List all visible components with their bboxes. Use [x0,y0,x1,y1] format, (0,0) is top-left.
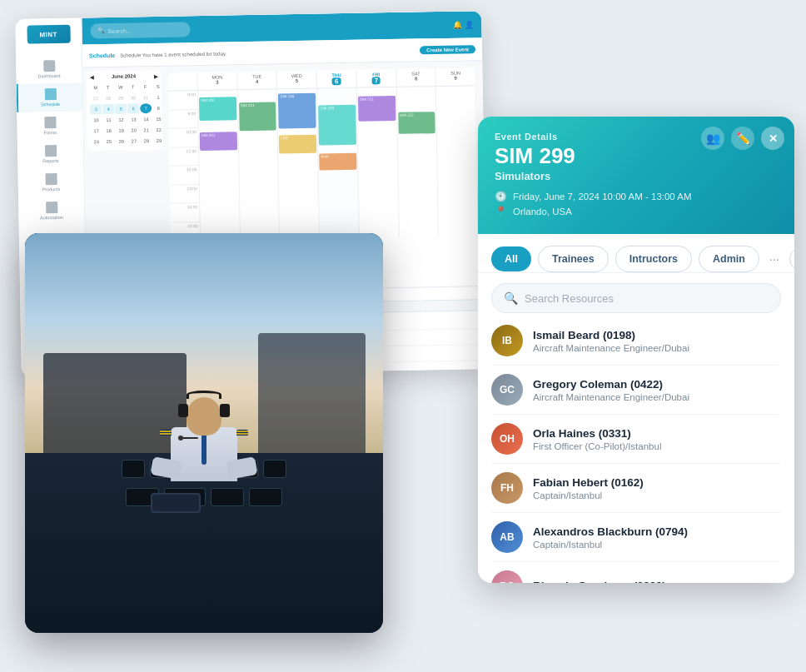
avatar: AB [491,521,523,553]
sidebar-item-products[interactable]: Products [17,168,84,197]
week-col-sat: SIM 222 [396,87,439,237]
instrument-row-2 [25,481,383,510]
search-icon: 🔍 [504,291,518,305]
tabs-more-button[interactable]: ··· [766,246,783,272]
resource-info: Rhonda Goodman (0399) [533,580,781,584]
pilot-lanyard [202,436,206,465]
event-subtitle: Simulators [495,170,778,182]
avatar-initials: GC [500,384,515,396]
avatar-initials: RG [500,580,515,583]
headset-band [187,391,221,399]
calendar-event[interactable]: SIM 301 [200,132,237,151]
time-column: 8:00 9:00 10:00 11:00 12:00 13:00 14:00 … [168,91,201,241]
week-col-sun [436,86,479,236]
pilot-photo [25,233,383,633]
event-datetime: Friday, June 7, 2024 10:00 AM - 13:00 AM [513,192,692,202]
resource-role: Aircraft Maintenance Engineer/Dubai [533,392,781,402]
list-item[interactable]: FH Fabian Hebert (0162) Captain/Istanbul [491,464,781,513]
week-col-wed: SIM 199 LOE [277,89,320,240]
list-item[interactable]: IB Ismail Beard (0198) Aircraft Maintena… [491,316,781,366]
avatar: FH [491,472,523,504]
resource-name: Fabian Hebert (0162) [533,476,781,489]
microphone-boom [182,437,198,439]
avatar: RG [491,570,523,583]
week-col-fri: SIM 311 [357,87,400,238]
avatar-initials: FH [500,482,514,494]
week-body: 8:00 9:00 10:00 11:00 12:00 13:00 14:00 … [168,86,479,241]
calendar-event[interactable]: LOE [279,135,316,154]
sidebar-item-reports[interactable]: Reports [17,140,84,169]
event-details-card: 👥 ✏️ ✕ Event Details SIM 299 Simulators … [478,117,794,583]
list-item[interactable]: AB Alexandros Blackburn (0794) Captain/I… [491,513,781,562]
instrument [249,488,282,506]
event-tabs: All Trainees Intructors Admin ··· ‹ › [478,234,794,273]
instrument [263,460,286,478]
avatar-initials: IB [502,335,512,346]
tab-instructors[interactable]: Intructors [615,246,692,272]
event-type-label: Event Details [495,132,778,142]
resource-info: Orla Haines (0331) First Officer (Co-Pil… [533,427,781,451]
cockpit-panel-right [258,333,366,461]
week-col-tue: SIM 221 [238,89,281,240]
epaulette-left [160,430,172,436]
sidebar-item-automation[interactable]: Automation [18,197,85,226]
instrument [122,460,145,478]
list-item[interactable]: GC Gregory Coleman (0422) Aircraft Maint… [491,366,781,415]
create-event-button[interactable]: Create New Event [420,45,475,54]
epaulette-right [236,430,248,436]
resource-info: Fabian Hebert (0162) Captain/Istanbul [533,476,781,500]
week-col-mon: SIM 200 SIM 301 [198,90,241,241]
instrument [211,488,244,506]
calendar-event[interactable]: SIM 199 [278,93,316,129]
resource-role: Aircraft Maintenance Engineer/Dubai [533,343,781,353]
tab-nav: ‹ › [789,247,794,271]
tab-prev-button[interactable]: ‹ [789,247,794,271]
resource-name: Alexandros Blackburn (0794) [533,525,781,538]
resource-list: IB Ismail Beard (0198) Aircraft Maintena… [478,316,794,583]
event-search-bar[interactable]: 🔍 Search Resources [491,283,781,313]
resource-name: Ismail Beard (0198) [533,329,781,341]
event-location-row: 📍 Orlando, USA [495,206,778,217]
calendar-event[interactable]: SIM 222 [398,112,435,134]
resource-info: Alexandros Blackburn (0794) Captain/Ista… [533,525,781,550]
event-meta: 🕙 Friday, June 7, 2024 10:00 AM - 13:00 … [495,191,778,217]
app-logo: MINT [27,25,70,44]
tab-trainees[interactable]: Trainees [538,246,609,272]
tab-admin[interactable]: Admin [699,246,759,272]
resource-role: Captain/Istanbul [533,490,781,500]
headset-left [178,404,188,417]
pilot-head [187,397,221,436]
resource-role: First Officer (Co-Pilot)/Istanbul [533,441,781,451]
microphone-tip [178,436,183,441]
headset-right [220,404,230,417]
calendar-event[interactable]: Brief [319,153,356,171]
search-placeholder: Search Resources [525,292,614,305]
list-item[interactable]: RG Rhonda Goodman (0399) [491,562,781,583]
resource-name: Gregory Coleman (0422) [533,378,781,391]
calendar-event[interactable]: SIM 299 [318,105,356,146]
resource-name: Orla Haines (0331) [533,427,781,440]
avatar: IB [491,325,523,356]
avatar: GC [491,374,523,406]
resource-name: Rhonda Goodman (0399) [533,580,781,584]
pilot-figure [150,406,258,481]
clock-icon: 🕙 [495,191,507,202]
calendar-event[interactable]: SIM 221 [239,102,276,131]
event-datetime-row: 🕙 Friday, June 7, 2024 10:00 AM - 13:00 … [495,191,778,202]
event-card-header: 👥 ✏️ ✕ Event Details SIM 299 Simulators … [478,117,794,234]
sidebar-item-schedule[interactable]: Schedule [17,83,83,112]
event-location: Orlando, USA [513,207,572,217]
sidebar-item-forms[interactable]: Forms [17,112,83,141]
global-search[interactable]: 🔍 Search... [90,22,190,38]
avatar-initials: OH [500,433,515,445]
calendar-event[interactable]: SIM 200 [199,97,236,121]
sidebar-item-dashboard[interactable]: Dashboard [16,55,82,84]
mini-calendar: ◀ June 2024 ▶ M T W T F S S [86,70,162,152]
tab-all[interactable]: All [491,246,531,271]
list-item[interactable]: OH Orla Haines (0331) First Officer (Co-… [491,415,781,464]
yoke [151,493,201,513]
calendar-event[interactable]: SIM 311 [358,96,396,122]
app-logo-text: MINT [39,31,57,38]
resource-role: Captain/Istanbul [533,540,781,550]
resource-info: Ismail Beard (0198) Aircraft Maintenance… [533,329,781,353]
